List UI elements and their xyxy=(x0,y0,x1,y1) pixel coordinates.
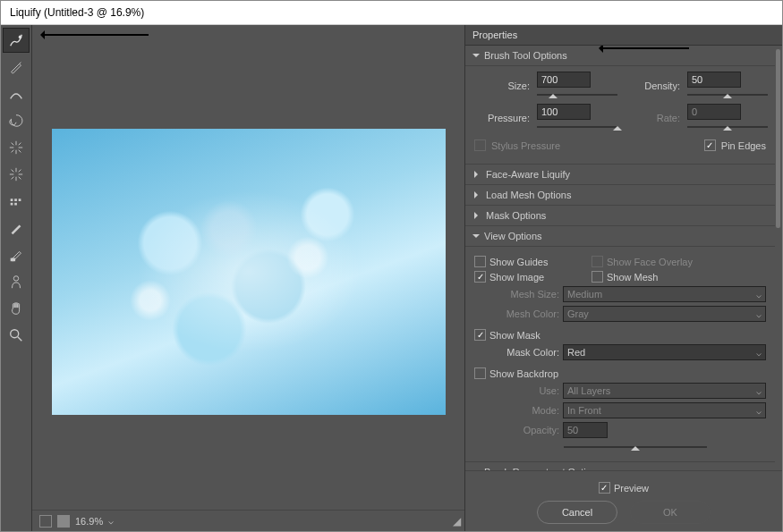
canvas-wrap xyxy=(32,25,464,510)
disclosure-open-icon xyxy=(472,54,480,61)
preview-checkbox[interactable] xyxy=(599,482,610,494)
mode-label: Mode: xyxy=(474,405,559,416)
use-label: Use: xyxy=(474,385,559,396)
rate-slider[interactable] xyxy=(687,122,768,132)
show-mask-checkbox[interactable] xyxy=(474,329,486,341)
mask-color-select[interactable]: Red xyxy=(563,344,766,360)
forward-warp-tool[interactable] xyxy=(3,28,30,53)
density-slider[interactable] xyxy=(687,89,768,100)
mesh-size-select: Medium xyxy=(563,286,766,302)
mesh-color-label: Mesh Color: xyxy=(474,308,559,319)
section-face-aware[interactable]: Face-Aware Liquify xyxy=(465,165,775,185)
disclosure-open-icon xyxy=(472,470,480,471)
pressure-input[interactable] xyxy=(537,104,591,120)
section-view-options[interactable]: View Options xyxy=(465,226,775,247)
backdrop-label: Show Backdrop xyxy=(489,368,558,379)
image-label: Show Image xyxy=(489,272,588,283)
pucker-tool[interactable] xyxy=(3,135,30,160)
size-input[interactable] xyxy=(537,72,591,88)
disclosure-closed-icon xyxy=(474,191,481,198)
tool-palette xyxy=(1,25,32,531)
ok-button[interactable]: OK xyxy=(630,501,711,524)
face-overlay-label: Show Face Overlay xyxy=(607,257,693,267)
section-label: Brush Tool Options xyxy=(484,50,567,61)
density-input[interactable] xyxy=(687,72,741,88)
svg-rect-4 xyxy=(11,203,13,206)
hand-tool[interactable] xyxy=(3,296,30,321)
pin-edges-checkbox[interactable] xyxy=(704,139,716,151)
guides-label: Show Guides xyxy=(489,257,588,267)
view-options-body: Show Guides Show Face Overlay Show Image… xyxy=(465,247,775,462)
panel-scroll: Brush Tool Options Size: Density: xyxy=(465,46,782,470)
pin-label: Pin Edges xyxy=(721,140,766,151)
disclosure-closed-icon xyxy=(474,212,481,219)
section-reconstruct[interactable]: Brush Reconstruct Options xyxy=(465,462,775,470)
show-guides-checkbox[interactable] xyxy=(474,256,486,267)
resize-handle-icon[interactable]: ◢ xyxy=(453,515,461,528)
stylus-label: Stylus Pressure xyxy=(491,140,560,151)
reconstruct-tool[interactable] xyxy=(3,55,30,80)
section-mask-options[interactable]: Mask Options xyxy=(465,206,775,226)
window-title: Liquify (Untitled-3 @ 16.9%) xyxy=(1,1,782,25)
density-label: Density: xyxy=(625,80,680,91)
panel-title: Properties xyxy=(465,25,782,46)
section-load-mesh[interactable]: Load Mesh Options xyxy=(465,185,775,206)
mode-select: In Front xyxy=(563,402,766,418)
svg-rect-5 xyxy=(14,203,17,206)
svg-rect-6 xyxy=(11,258,15,262)
zoom-box-icon[interactable] xyxy=(39,515,52,528)
use-select: All Layers xyxy=(563,383,766,399)
show-backdrop-checkbox[interactable] xyxy=(474,367,486,379)
image-canvas[interactable] xyxy=(52,129,446,415)
svg-point-7 xyxy=(13,276,18,281)
canvas-area: 16.9% ⌵ ◢ xyxy=(32,25,464,531)
brush-options-body: Size: Density: Pressure: xyxy=(465,66,775,165)
zoom-tool[interactable] xyxy=(3,323,30,348)
zoom-bar: 16.9% ⌵ xyxy=(32,510,464,531)
mesh-label: Show Mesh xyxy=(607,272,658,283)
liquify-dialog: Liquify (Untitled-3 @ 16.9%) 16.9 xyxy=(0,0,783,532)
opacity-label: Opacity: xyxy=(474,425,559,435)
svg-point-0 xyxy=(19,36,22,39)
twirl-tool[interactable] xyxy=(3,108,30,133)
section-label: Mask Options xyxy=(486,210,546,221)
stylus-pressure-checkbox xyxy=(474,139,486,151)
zoom-box-icon-2[interactable] xyxy=(57,515,70,528)
cancel-button[interactable]: Cancel xyxy=(537,501,617,524)
disclosure-open-icon xyxy=(472,234,480,241)
face-tool[interactable] xyxy=(3,269,30,294)
preview-label: Preview xyxy=(614,483,649,494)
rate-label: Rate: xyxy=(625,113,680,123)
zoom-value[interactable]: 16.9% xyxy=(75,516,103,527)
main-content: 16.9% ⌵ ◢ Properties Brush Tool Options xyxy=(1,25,782,531)
svg-rect-2 xyxy=(14,198,17,201)
mesh-color-select: Gray xyxy=(563,306,766,322)
show-mesh-checkbox[interactable] xyxy=(592,271,603,283)
scrollbar[interactable] xyxy=(776,49,780,228)
show-face-overlay-checkbox xyxy=(592,256,603,267)
pressure-slider[interactable] xyxy=(537,122,617,132)
zoom-dropdown-icon[interactable]: ⌵ xyxy=(108,516,114,526)
panel-footer: Preview Cancel OK xyxy=(465,470,782,531)
annotation-arrow-brush xyxy=(600,47,689,49)
rate-input[interactable] xyxy=(687,104,741,120)
mask-color-label: Mask Color: xyxy=(474,347,559,358)
annotation-arrow-tool xyxy=(41,34,149,36)
smooth-tool[interactable] xyxy=(3,81,30,106)
section-label: View Options xyxy=(484,231,542,241)
svg-rect-3 xyxy=(19,198,21,201)
section-label: Load Mesh Options xyxy=(486,190,571,200)
push-left-tool[interactable] xyxy=(3,189,30,214)
svg-rect-1 xyxy=(11,198,13,201)
properties-panel: Properties Brush Tool Options Size: xyxy=(464,25,782,531)
opacity-input xyxy=(563,422,608,438)
section-label: Face-Aware Liquify xyxy=(486,169,570,180)
bloat-tool[interactable] xyxy=(3,162,30,187)
thaw-mask-tool[interactable] xyxy=(3,242,30,267)
opacity-slider xyxy=(564,442,707,452)
svg-point-8 xyxy=(11,330,19,338)
show-image-checkbox[interactable] xyxy=(474,271,486,283)
freeze-mask-tool[interactable] xyxy=(3,215,30,241)
size-slider[interactable] xyxy=(537,89,617,100)
section-brush-options[interactable]: Brush Tool Options xyxy=(465,46,775,66)
